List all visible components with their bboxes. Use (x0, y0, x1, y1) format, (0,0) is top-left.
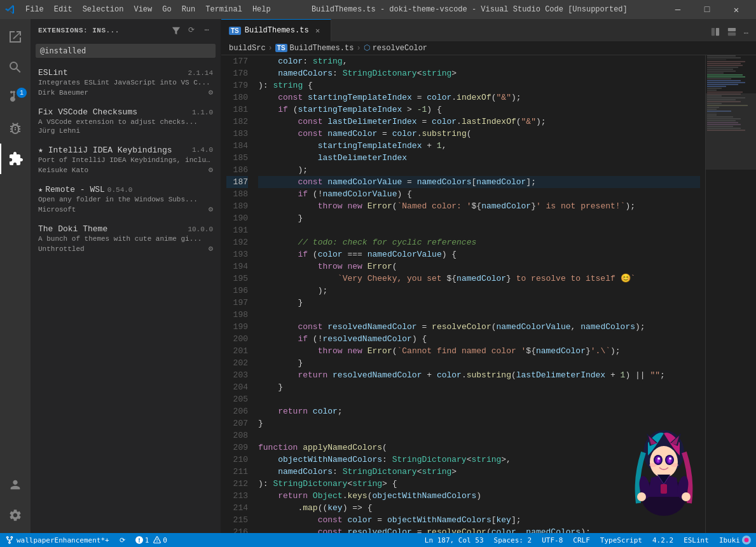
status-sync[interactable]: ⟳ (114, 533, 130, 547)
code-line-185: lastDelimeterIndex (258, 152, 700, 164)
extension-name: The Doki Theme (38, 224, 107, 234)
minimap (705, 55, 756, 533)
maximize-button[interactable]: □ (692, 0, 722, 19)
more-actions-button[interactable]: ⋯ (200, 24, 213, 37)
status-eslint[interactable]: ESLint (678, 533, 714, 547)
status-right: Ln 187, Col 53 Spaces: 2 UTF-8 CRLF Type… (420, 533, 756, 547)
menu-file[interactable]: File (20, 4, 49, 15)
code-line-199: const resolvedNamedColor = resolveColor(… (258, 321, 700, 333)
activitybar: 1 (0, 19, 31, 533)
status-ts-version[interactable]: 4.2.2 (647, 533, 678, 547)
menu-help[interactable]: Help (247, 4, 276, 15)
warning-count: 0 (163, 536, 167, 544)
extension-name: ★ IntelliJ IDEA Keybindings (38, 145, 172, 155)
code-line-182: const lastDelimeterIndex = color.lastInd… (258, 116, 700, 128)
status-encoding[interactable]: UTF-8 (537, 533, 568, 547)
tab-label: BuildThemes.ts (245, 26, 309, 35)
activity-item-source-control[interactable]: 1 (0, 83, 31, 113)
extension-search-input[interactable] (40, 46, 211, 55)
svg-rect-1 (716, 28, 719, 36)
menu-edit[interactable]: Edit (49, 4, 78, 15)
code-line-195: `Very Cheeky, you set ${namedColor} to r… (258, 273, 700, 285)
activity-item-extensions[interactable] (0, 144, 31, 174)
breadcrumb-buildsrc[interactable]: buildSrc (229, 44, 266, 53)
activity-item-debug[interactable] (0, 113, 31, 144)
menu-selection[interactable]: Selection (78, 4, 129, 15)
code-line-198 (258, 309, 700, 321)
git-branch-name: wallpaperEnhancement*+ (17, 536, 109, 544)
code-line-190: } (258, 212, 700, 224)
status-git-branch[interactable]: wallpaperEnhancement*+ (0, 533, 114, 547)
status-ibuki[interactable]: Ibuki (714, 533, 756, 547)
svg-rect-0 (711, 28, 715, 36)
editor-layout-button[interactable] (725, 25, 739, 41)
extension-desc: A bunch of themes with cute anime gi... (38, 235, 213, 243)
extension-author: Keisuke Kato (38, 166, 88, 174)
status-errors[interactable]: 1 0 (130, 533, 172, 547)
code-line-204: } (258, 381, 700, 393)
more-editor-actions[interactable]: ⋯ (741, 26, 751, 41)
vscode-icon (5, 4, 15, 15)
tab-buildthemes[interactable]: TS BuildThemes.ts ✕ (221, 19, 331, 41)
extension-search-box[interactable] (36, 44, 216, 58)
extension-author: Jürg Lehni (38, 127, 80, 135)
breadcrumb-sep-1: › (268, 44, 273, 53)
statusbar: wallpaperEnhancement*+ ⟳ 1 0 Ln 187, Col… (0, 533, 756, 547)
extension-item-eslint[interactable]: ESLint 2.1.14 Integrates ESLint JavaScri… (31, 63, 221, 102)
status-position[interactable]: Ln 187, Col 53 (420, 533, 489, 547)
extension-item-doki[interactable]: The Doki Theme 10.0.0 A bunch of themes … (31, 219, 221, 259)
editor-area: TS BuildThemes.ts ✕ ⋯ buildSrc › TS Buil… (221, 19, 756, 533)
code-line-183: const namedColor = color.substring( (258, 128, 700, 140)
refresh-button[interactable]: ⟳ (185, 24, 198, 37)
extension-version: 1.4.0 (192, 146, 213, 154)
breadcrumb: buildSrc › TS BuildThemes.ts › ⬡ resolve… (221, 41, 756, 55)
status-spaces[interactable]: Spaces: 2 (489, 533, 537, 547)
extension-version: 2.1.14 (188, 69, 213, 77)
extension-author: Unthrottled (38, 245, 85, 253)
split-editor-button[interactable] (708, 25, 722, 41)
activity-item-settings[interactable] (0, 500, 31, 530)
menu-terminal[interactable]: Terminal (200, 4, 247, 15)
extension-gear-0[interactable]: ⚙ (209, 88, 213, 97)
code-line-181: if (startingTemplateIndex > -1) { (258, 104, 700, 116)
code-editor: 177 178 179 180 181 182 183 184 185 186 … (221, 55, 756, 533)
minimize-button[interactable]: — (663, 0, 692, 19)
menu-go[interactable]: Go (157, 4, 176, 15)
ts-file-icon: TS (229, 27, 241, 35)
code-line-189: throw new Error(`Named color: '${namedCo… (258, 200, 700, 212)
status-language[interactable]: TypeScript (595, 533, 647, 547)
close-button[interactable]: ✕ (722, 0, 751, 19)
extension-item-checksums[interactable]: Fix VSCode Checksums 1.1.0 A VSCode exte… (31, 102, 221, 140)
code-line-214: .map((key) => { (258, 502, 700, 514)
code-line-187: const namedColorValue = namedColors[name… (258, 176, 700, 188)
extension-list: ESLint 2.1.14 Integrates ESLint JavaScri… (31, 60, 221, 533)
extension-name: Fix VSCode Checksums (38, 107, 137, 117)
extension-author: Microsoft (38, 206, 76, 213)
tab-close-icon[interactable]: ✕ (313, 25, 323, 36)
code-line-202: } (258, 357, 700, 369)
code-content[interactable]: color: string, namedColors: StringDicton… (253, 55, 705, 533)
extension-item-intellij[interactable]: ★ IntelliJ IDEA Keybindings 1.4.0 Port o… (31, 140, 221, 180)
extension-gear-4[interactable]: ⚙ (209, 244, 213, 253)
activity-item-search[interactable] (0, 52, 31, 83)
extension-item-wsl[interactable]: ★ Remote - WSL 0.54.0 Open any folder in… (31, 180, 221, 219)
filter-button[interactable] (170, 24, 182, 37)
titlebar-controls: — □ ✕ (663, 0, 751, 19)
code-line-177: color: string, (258, 55, 700, 67)
menu-run[interactable]: Run (177, 4, 201, 15)
menu-view[interactable]: View (128, 4, 157, 15)
code-line-186: ); (258, 164, 700, 176)
breadcrumb-file[interactable]: BuildThemes.ts (290, 44, 354, 53)
extension-version: 1.1.0 (192, 109, 213, 116)
minimap-viewport (706, 93, 756, 170)
code-line-196: ); (258, 285, 700, 297)
activity-item-accounts[interactable] (0, 469, 31, 500)
breadcrumb-function[interactable]: resolveColor (373, 44, 427, 53)
extension-name: Remote - WSL (45, 185, 105, 194)
extension-author: Dirk Baeumer (38, 89, 88, 97)
extension-gear-3[interactable]: ⚙ (209, 205, 213, 214)
extension-gear-2[interactable]: ⚙ (209, 165, 213, 175)
status-eol[interactable]: CRLF (568, 533, 595, 547)
activity-item-explorer[interactable] (0, 22, 31, 52)
sidebar-title: Extensions: Ins... (38, 27, 170, 34)
